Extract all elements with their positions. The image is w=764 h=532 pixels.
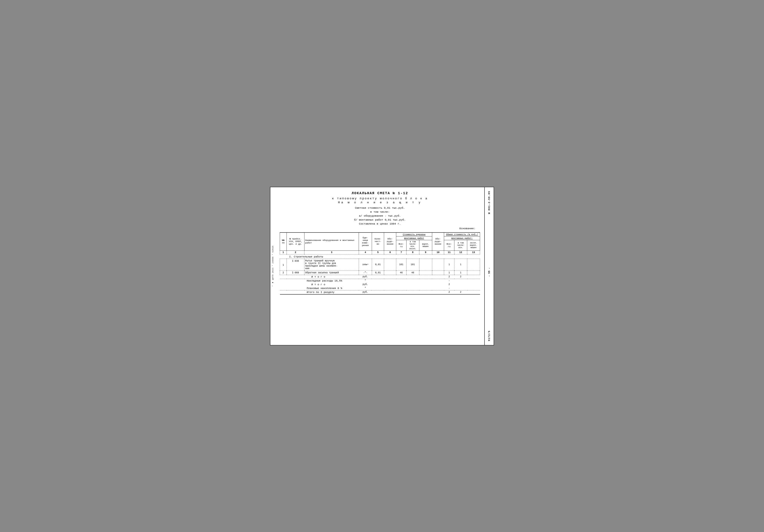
subtitle2: На м о л н и е з а щ и т у [280, 201, 480, 204]
header-info-table: Сметная стоимость 0,01 тыс.руб. в том чи… [353, 206, 407, 226]
left-sidebar: * ◆ ЦНТП 2023 * 24000 * 52025 [271, 187, 276, 345]
col-numbers-row: 1 2 3 4 5 6 7 8 9 10 11 12 13 [280, 251, 480, 254]
planovye-row: Плановые накопления 8 % " - [280, 286, 480, 290]
mount-total-label: монтажных работ: [444, 236, 480, 240]
right-sidebar-bottom-text: 9172/5 [488, 330, 490, 341]
left-sidebar-text: * ◆ ЦНТП 2023 * 24000 * 52025 [272, 246, 274, 287]
main-content: ЛОКАЛЬНАЯ СМЕТА № 1-12 к типовому проект… [276, 187, 485, 345]
cost-total-group: Общая стоимость /в руб./ [444, 233, 480, 237]
col-exp-header: варпл. машин [419, 240, 432, 251]
mount-label: б/ монтажных работ 0,01 тыс.руб. [353, 218, 407, 222]
subtitle1: к типовому проекту молочного б л о к а [280, 197, 480, 200]
col-equip-total-header: Обо- рудо- вание [432, 233, 444, 251]
col-name-header: Наименование оборудования и монтажных ра… [304, 233, 359, 251]
subtotal-row2: И т о г о руб. 2 [280, 283, 480, 286]
cost-label: Сметная стоимость 0,01 тыс.руб. [353, 206, 407, 210]
right-sidebar-wave: - 55 - [488, 267, 490, 277]
including-label: в том числе: [353, 210, 407, 214]
equip-label: а/ оборудование - тыс.руб. [353, 214, 407, 218]
header-section: ЛОКАЛЬНАЯ СМЕТА № 1-12 к типовому проект… [280, 191, 480, 230]
section1-total-row: Итого по I разделу руб. 2 2 [280, 290, 480, 294]
section1-title: I. Строительные работы [280, 254, 480, 259]
subtotal-row: И т о г о руб. 2 2 [280, 275, 480, 279]
table-header-row1: №№ пп № прейск. УСН, ЕРЕР, цен. и др. На… [280, 233, 480, 237]
col-unit-header: Еди- ница изме- рения [359, 233, 372, 251]
col-total-all-header: Все- го [444, 240, 455, 251]
table-row: 1 I-936 Рытье траншей вручнуюв грунте II… [280, 259, 480, 270]
estimate-table: №№ пп № прейск. УСН, ЕРЕР, цен. и др. На… [280, 232, 480, 294]
composed-label: Составлена в ценах 1984 г. [353, 222, 407, 226]
col-equip-unit-header: Обо- рудо- вание [384, 233, 396, 251]
col-total-main-header: в том числе: осн. [455, 240, 467, 251]
section1-title-row: I. Строительные работы [280, 254, 480, 259]
col-total-exp-header: экспл. варпл. машин [467, 240, 480, 251]
table-row: 2 I-968 Обратная засыпка траншей -"- 0,0… [280, 270, 480, 275]
col-qty-header: Коли- чест- во [372, 233, 384, 251]
col-code-header: № прейск. УСН, ЕРЕР, цен. и др. [287, 233, 304, 251]
document-title: ЛОКАЛЬНАЯ СМЕТА № 1-12 [280, 191, 480, 195]
cost-unit-group: Стоимость единицы [396, 233, 432, 237]
right-sidebar-top-text: Ш 801-2-59.85 [488, 191, 490, 214]
col-all-header: Все- го [396, 240, 407, 251]
col-main-header: в том числе: осн. экспл. [406, 240, 419, 251]
basis-label: Основание: [280, 227, 476, 230]
nakladnye-row: Накладные расходы 16,5% " - [280, 279, 480, 283]
col-num-header: №№ пп [280, 233, 287, 251]
mount-unit-label: монтажных работ [396, 236, 432, 240]
right-sidebar: Ш 801-2-59.85 - 55 - 9172/5 [485, 187, 493, 345]
